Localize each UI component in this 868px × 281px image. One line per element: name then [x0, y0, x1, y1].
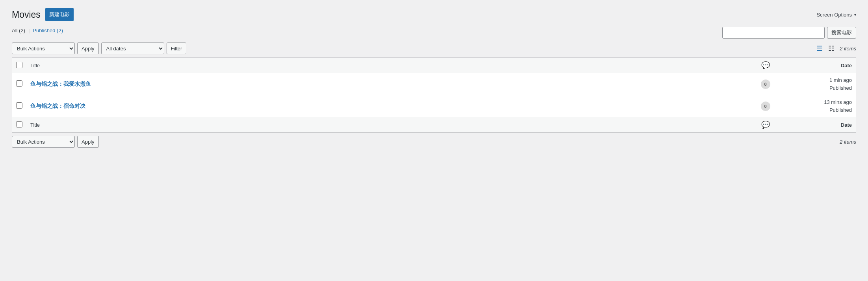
apply-button-bottom[interactable]: Apply: [77, 136, 99, 148]
tablenav-bottom: Bulk ActionsEditMove to Trash Apply 2 it…: [12, 136, 856, 148]
row-comments-cell: 0: [754, 95, 777, 117]
row-title-cell: 鱼与锅之战：我爱水煮鱼: [26, 73, 754, 95]
page-title: Movies: [12, 9, 41, 20]
tablenav-top-right: ☰ ☷ 2 items: [814, 44, 856, 53]
screen-options-button[interactable]: Screen Options ▾: [816, 12, 856, 18]
comment-count-badge: 0: [761, 79, 770, 89]
col-comments-footer: 💬: [754, 117, 777, 133]
view-switch: ☰ ☷: [814, 44, 836, 53]
comment-count-badge: 0: [761, 102, 770, 111]
col-comments-header: 💬: [754, 58, 777, 73]
tablenav-bottom-right: 2 items: [840, 139, 856, 145]
filter-links: All (2) | Published (2): [12, 28, 63, 33]
table-head: Title 💬 Date: [12, 58, 856, 73]
bulk-actions-select-bottom[interactable]: Bulk ActionsEditMove to Trash: [12, 136, 75, 148]
row-date-line1: 1 min ago: [829, 77, 852, 83]
tablenav-top-left: Bulk ActionsEditMove to Trash Apply All …: [12, 43, 186, 54]
col-date-header: Date: [777, 58, 856, 73]
search-input[interactable]: [722, 27, 825, 39]
col-date-footer: Date: [777, 117, 856, 133]
filter-published-link[interactable]: Published (2): [33, 28, 63, 33]
tablenav-top: Bulk ActionsEditMove to Trash Apply All …: [12, 43, 856, 54]
check-all-checkbox[interactable]: [16, 62, 22, 68]
row-date-cell: 1 min ago Published: [777, 73, 856, 95]
table-row: 鱼与锅之战：宿命对决 0 13 mins ago Published: [12, 95, 856, 117]
excerpt-view-button[interactable]: ☷: [826, 44, 836, 53]
post-title-link[interactable]: 鱼与锅之战：我爱水煮鱼: [30, 81, 91, 87]
screen-options-arrow-icon: ▾: [854, 13, 856, 17]
bulk-actions-select-top[interactable]: Bulk ActionsEditMove to Trash: [12, 43, 75, 54]
col-title-footer[interactable]: Title: [26, 117, 754, 133]
row-title-cell: 鱼与锅之战：宿命对决: [26, 95, 754, 117]
row-checkbox[interactable]: [16, 80, 22, 87]
row-date-status: Published: [781, 106, 852, 114]
row-checkbox[interactable]: [16, 102, 22, 109]
row-date-text: 1 min ago Published: [781, 76, 852, 92]
add-new-button[interactable]: 新建电影: [45, 8, 74, 21]
apply-button-top[interactable]: Apply: [77, 43, 99, 54]
filter-sep: |: [28, 28, 30, 33]
row-date-text: 13 mins ago Published: [781, 98, 852, 114]
table-body: 鱼与锅之战：我爱水煮鱼 0 1 min ago Published 鱼与锅之战：…: [12, 73, 856, 117]
row-date-cell: 13 mins ago Published: [777, 95, 856, 117]
items-count-bottom: 2 items: [840, 139, 856, 145]
check-all-foot-th: [12, 117, 27, 133]
row-checkbox-cell: [12, 73, 27, 95]
list-view-button[interactable]: ☰: [814, 44, 825, 53]
check-all-th: [12, 58, 27, 73]
row-date-line1: 13 mins ago: [824, 99, 852, 105]
post-title-link[interactable]: 鱼与锅之战：宿命对决: [30, 103, 85, 109]
screen-options-label: Screen Options: [816, 12, 852, 18]
items-count-top: 2 items: [840, 46, 856, 52]
table-row: 鱼与锅之战：我爱水煮鱼 0 1 min ago Published: [12, 73, 856, 95]
date-filter-select[interactable]: All dates: [101, 43, 164, 54]
row-checkbox-cell: [12, 95, 27, 117]
filter-all-link[interactable]: All (2): [12, 28, 25, 33]
table-foot: Title 💬 Date: [12, 117, 856, 133]
filter-button[interactable]: Filter: [167, 43, 187, 54]
row-comments-cell: 0: [754, 73, 777, 95]
col-title-header[interactable]: Title: [26, 58, 754, 73]
tablenav-bottom-left: Bulk ActionsEditMove to Trash Apply: [12, 136, 99, 148]
check-all-footer-checkbox[interactable]: [16, 121, 22, 128]
movies-table: Title 💬 Date 鱼与锅之战：我爱水煮鱼 0 1 min ago: [12, 57, 856, 133]
search-button[interactable]: 搜索电影: [827, 27, 856, 39]
row-date-status: Published: [781, 84, 852, 92]
search-area: 搜索电影: [722, 27, 856, 39]
